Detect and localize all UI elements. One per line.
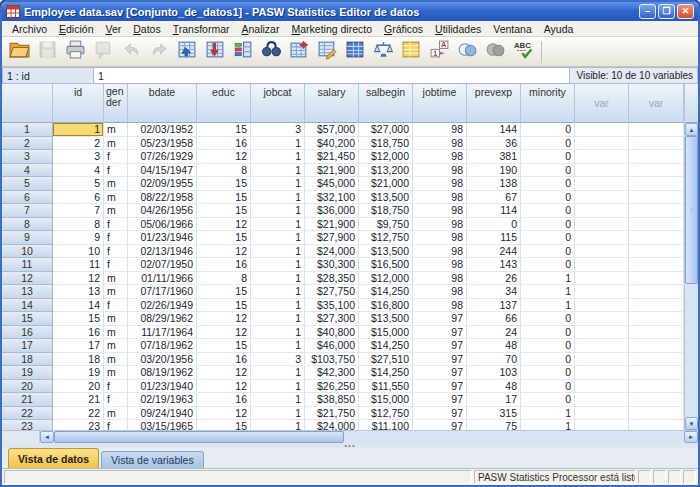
row-header[interactable]: 14 [2, 299, 53, 313]
grid-cell[interactable]: $21,450 [305, 150, 359, 164]
grid-cell[interactable]: $21,900 [305, 218, 359, 232]
grid-cell[interactable]: 70 [467, 353, 521, 367]
grid-cell[interactable]: $27,900 [305, 231, 359, 245]
grid-cell[interactable]: $13,500 [359, 312, 413, 326]
grid-cell[interactable]: $24,000 [305, 245, 359, 259]
grid-cell-empty[interactable] [629, 407, 684, 421]
grid-cell-empty[interactable] [629, 285, 684, 299]
insert-cases-button[interactable] [286, 39, 312, 65]
corner-header[interactable] [2, 84, 53, 123]
grid-cell[interactable]: 1 [521, 299, 575, 313]
grid-cell[interactable]: $35,100 [305, 299, 359, 313]
menu-item-ver[interactable]: Ver [99, 22, 127, 36]
grid-cell[interactable]: 1 [251, 285, 305, 299]
grid-cell-empty[interactable] [629, 137, 684, 151]
grid-cell[interactable]: $42,300 [305, 366, 359, 380]
grid-cell[interactable]: 04/26/1956 [128, 204, 197, 218]
minimize-button[interactable]: – [639, 4, 656, 19]
grid-cell[interactable]: 07/18/1962 [128, 339, 197, 353]
grid-cell[interactable]: 26 [467, 272, 521, 286]
grid-cell-empty[interactable] [629, 366, 684, 380]
grid-cell[interactable]: 0 [521, 204, 575, 218]
grid-cell-empty[interactable] [629, 312, 684, 326]
grid-cell[interactable]: 0 [521, 366, 575, 380]
scroll-left-arrow-icon[interactable]: ◄ [40, 431, 54, 443]
column-header-salbegin[interactable]: salbegin [359, 84, 413, 123]
grid-cell[interactable]: m [104, 312, 128, 326]
grid-cell[interactable]: $11,550 [359, 380, 413, 394]
grid-cell[interactable]: 103 [467, 366, 521, 380]
grid-cell[interactable]: 98 [413, 191, 467, 205]
grid-cell[interactable]: 143 [467, 258, 521, 272]
grid-cell-empty[interactable] [575, 137, 629, 151]
grid-cell[interactable]: 1 [251, 366, 305, 380]
grid-cell[interactable]: 1 [251, 420, 305, 430]
grid-cell[interactable]: 98 [413, 245, 467, 259]
show-all-variables-button[interactable] [482, 39, 508, 65]
grid-cell[interactable]: 12 [197, 366, 251, 380]
row-header[interactable]: 5 [2, 177, 53, 191]
grid-cell[interactable]: 02/03/1952 [128, 123, 197, 137]
grid-cell[interactable]: 244 [467, 245, 521, 259]
grid-cell[interactable]: 137 [467, 299, 521, 313]
grid-cell[interactable]: 1 [251, 326, 305, 340]
grid-cell[interactable]: 190 [467, 164, 521, 178]
grid-cell[interactable]: 12 [197, 245, 251, 259]
grid-cell[interactable]: $36,000 [305, 204, 359, 218]
menu-item-edicion[interactable]: Edición [53, 22, 99, 36]
grid-cell[interactable]: 15 [197, 420, 251, 430]
vertical-scroll-track[interactable]: ⁞ [685, 136, 698, 417]
grid-cell[interactable]: 66 [467, 312, 521, 326]
row-header[interactable]: 11 [2, 258, 53, 272]
grid-cell[interactable]: $13,500 [359, 245, 413, 259]
variables-button[interactable] [230, 39, 256, 65]
grid-cell[interactable]: 15 [197, 123, 251, 137]
column-header-prevexp[interactable]: prevexp [467, 84, 521, 123]
grid-cell-empty[interactable] [629, 164, 684, 178]
grid-cell-empty[interactable] [575, 231, 629, 245]
grid-cell[interactable]: 97 [413, 380, 467, 394]
grid-cell[interactable]: 4 [53, 164, 104, 178]
grid-cell[interactable]: 8 [53, 218, 104, 232]
cell-editor-field[interactable]: 1 [94, 67, 570, 84]
grid-cell[interactable]: 12 [197, 150, 251, 164]
grid-cell[interactable]: 20 [53, 380, 104, 394]
grid-cell[interactable]: 0 [521, 312, 575, 326]
grid-cell[interactable]: 1 [53, 123, 104, 137]
grid-cell[interactable]: 8 [197, 272, 251, 286]
row-header[interactable]: 8 [2, 218, 53, 232]
grid-cell[interactable]: 1 [251, 407, 305, 421]
grid-cell[interactable]: f [104, 245, 128, 259]
row-header[interactable]: 18 [2, 353, 53, 367]
horizontal-scroll-track[interactable] [344, 431, 684, 443]
grid-cell[interactable]: $14,250 [359, 285, 413, 299]
use-variable-sets-button[interactable] [454, 39, 480, 65]
column-header-jobcat[interactable]: jobcat [251, 84, 305, 123]
grid-cell[interactable]: 0 [521, 191, 575, 205]
grid-cell-empty[interactable] [575, 339, 629, 353]
column-header-var2[interactable]: var [629, 84, 684, 123]
grid-cell[interactable]: 15 [197, 231, 251, 245]
grid-cell[interactable]: f [104, 380, 128, 394]
grid-cell[interactable]: $46,000 [305, 339, 359, 353]
grid-cell-empty[interactable] [575, 123, 629, 137]
grid-cell[interactable]: 12 [197, 380, 251, 394]
grid-cell[interactable]: 1 [251, 191, 305, 205]
grid-cell[interactable]: 08/22/1958 [128, 191, 197, 205]
grid-cell[interactable]: 17 [53, 339, 104, 353]
grid-cell[interactable]: $24,000 [305, 420, 359, 430]
grid-cell[interactable]: f [104, 299, 128, 313]
grid-cell-empty[interactable] [575, 164, 629, 178]
grid-cell[interactable]: 5 [53, 177, 104, 191]
grid-cell[interactable]: $16,500 [359, 258, 413, 272]
grid-cell[interactable]: 1 [251, 150, 305, 164]
grid-cell[interactable]: 3 [53, 150, 104, 164]
grid-cell[interactable]: $27,510 [359, 353, 413, 367]
menu-item-datos[interactable]: Datos [127, 22, 166, 36]
grid-cell[interactable]: 75 [467, 420, 521, 430]
grid-cell[interactable]: $13,500 [359, 191, 413, 205]
grid-cell[interactable]: $40,200 [305, 137, 359, 151]
grid-cell[interactable]: $13,200 [359, 164, 413, 178]
tab-data-view[interactable]: Vista de datos [8, 448, 99, 468]
grid-cell[interactable]: 3 [251, 123, 305, 137]
